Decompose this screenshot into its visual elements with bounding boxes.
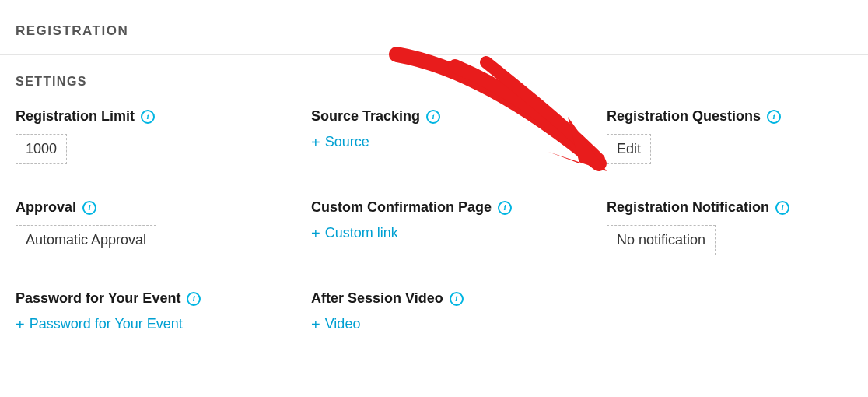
- info-icon[interactable]: i: [187, 292, 201, 306]
- approval-select[interactable]: Automatic Approval: [16, 225, 156, 255]
- plus-icon: +: [16, 317, 25, 332]
- section-title: REGISTRATION: [16, 23, 852, 39]
- plus-icon: +: [311, 226, 320, 241]
- add-password-button[interactable]: + Password for Your Event: [16, 316, 183, 332]
- custom-confirmation-field: Custom Confirmation Page i + Custom link: [311, 199, 607, 255]
- label-text: After Session Video: [311, 290, 443, 307]
- section-header: REGISTRATION: [0, 0, 868, 55]
- add-source-button[interactable]: + Source: [311, 134, 369, 150]
- info-icon[interactable]: i: [426, 110, 440, 124]
- registration-limit-field: Registration Limit i 1000: [16, 108, 311, 164]
- label-text: Registration Limit: [16, 108, 135, 125]
- label-text: Registration Questions: [607, 108, 761, 125]
- notification-select[interactable]: No notification: [607, 225, 716, 255]
- registration-limit-label: Registration Limit i: [16, 108, 155, 125]
- info-icon[interactable]: i: [498, 201, 512, 215]
- action-text: Source: [325, 134, 369, 150]
- label-text: Password for Your Event: [16, 290, 180, 307]
- info-icon[interactable]: i: [141, 110, 155, 124]
- after-session-video-label: After Session Video i: [311, 290, 464, 307]
- info-icon[interactable]: i: [767, 110, 781, 124]
- action-text: Video: [325, 316, 361, 332]
- action-text: Custom link: [325, 225, 398, 241]
- custom-confirmation-label: Custom Confirmation Page i: [311, 199, 512, 216]
- label-text: Source Tracking: [311, 108, 420, 125]
- approval-label: Approval i: [16, 199, 96, 216]
- action-text: Password for Your Event: [30, 316, 183, 332]
- add-video-button[interactable]: + Video: [311, 316, 360, 332]
- plus-icon: +: [311, 317, 320, 332]
- source-tracking-field: Source Tracking i + Source: [311, 108, 607, 164]
- info-icon[interactable]: i: [775, 201, 789, 215]
- label-text: Approval: [16, 199, 76, 216]
- label-text: Registration Notification: [607, 199, 769, 216]
- settings-grid: Registration Limit i 1000 Source Trackin…: [16, 108, 852, 332]
- approval-field: Approval i Automatic Approval: [16, 199, 311, 255]
- add-custom-link-button[interactable]: + Custom link: [311, 225, 398, 241]
- registration-questions-field: Registration Questions i Edit: [607, 108, 852, 164]
- registration-notification-field: Registration Notification i No notificat…: [607, 199, 852, 255]
- after-session-video-field: After Session Video i + Video: [311, 290, 607, 332]
- source-tracking-label: Source Tracking i: [311, 108, 440, 125]
- settings-subtitle: SETTINGS: [16, 75, 852, 89]
- settings-panel: SETTINGS Registration Limit i 1000 Sourc…: [0, 55, 868, 348]
- registration-notification-label: Registration Notification i: [607, 199, 789, 216]
- info-icon[interactable]: i: [450, 292, 464, 306]
- info-icon[interactable]: i: [82, 201, 96, 215]
- password-label: Password for Your Event i: [16, 290, 201, 307]
- registration-questions-edit-button[interactable]: Edit: [607, 134, 651, 164]
- registration-limit-input[interactable]: 1000: [16, 134, 67, 164]
- registration-questions-label: Registration Questions i: [607, 108, 781, 125]
- empty-cell: [607, 290, 852, 332]
- password-field: Password for Your Event i + Password for…: [16, 290, 311, 332]
- label-text: Custom Confirmation Page: [311, 199, 492, 216]
- plus-icon: +: [311, 135, 320, 150]
